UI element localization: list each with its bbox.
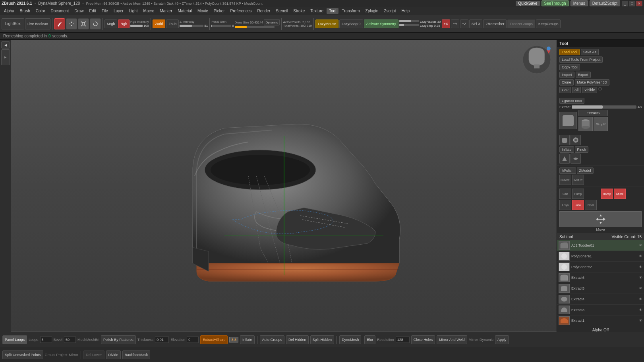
dynamic-button[interactable]: Dynamic <box>264 19 279 25</box>
minimize-icon[interactable]: _ <box>622 1 628 6</box>
subtool-eye-extract1[interactable]: 👁 <box>639 319 642 323</box>
lightbox-tools-button[interactable]: Lightbox Tools <box>559 98 584 104</box>
menu-marker[interactable]: Marker <box>157 8 174 14</box>
solo-btn[interactable]: Solo <box>559 189 571 199</box>
subtool-item-polysphere1[interactable]: PolySphere1 👁 <box>557 251 644 262</box>
imm-pr-btn[interactable]: IMM Pr <box>572 175 584 185</box>
split-unmasked-button[interactable]: Split Unmasked Points <box>2 350 43 359</box>
clone-button[interactable]: Clone <box>559 79 574 86</box>
copy-tool-button[interactable]: Copy Tool <box>559 64 580 70</box>
menu-stroke[interactable]: Stroke <box>291 8 307 14</box>
menu-transform[interactable]: Transform <box>339 8 362 14</box>
pump-btn[interactable]: Pump <box>572 189 584 199</box>
menu-stencil[interactable]: Stencil <box>273 8 290 14</box>
subtool-eye-polysphere2[interactable]: 👁 <box>639 265 642 269</box>
subtool-eye-polysphere1[interactable]: 👁 <box>639 254 642 258</box>
mirror-weld-button[interactable]: Mirror And Weld <box>437 335 467 344</box>
load-tool-button[interactable]: Load Tool <box>559 49 580 55</box>
menu-picker[interactable]: Picker <box>211 8 227 14</box>
menu-tool[interactable]: Tool <box>327 8 338 14</box>
local-btn[interactable]: Local <box>572 200 584 210</box>
import-button[interactable]: Import <box>559 72 574 78</box>
divide-button[interactable]: Divide <box>106 350 121 359</box>
menu-macro[interactable]: Macro <box>141 8 157 14</box>
zsub-button[interactable]: Zsub <box>166 19 179 28</box>
polish-input[interactable] <box>40 337 52 343</box>
menu-zplugin[interactable]: Zplugin <box>363 8 381 14</box>
menu-document[interactable]: Document <box>48 8 72 14</box>
scale-button[interactable] <box>78 18 89 29</box>
sk-polir-icon[interactable] <box>559 154 570 164</box>
rotate-button[interactable] <box>90 18 101 29</box>
menu-light[interactable]: Light <box>127 8 140 14</box>
extract-slider[interactable] <box>572 105 636 109</box>
lazy-mouse-button[interactable]: LazyMouse <box>315 19 338 28</box>
zmodel-button[interactable]: ZModel <box>577 167 594 174</box>
live-boolean-button[interactable]: Live Boolean <box>25 18 50 29</box>
bevel-input[interactable] <box>64 337 76 343</box>
del-lower-button[interactable]: Del Lower <box>83 350 104 359</box>
dynomesh-button[interactable]: DynoMesh <box>339 335 361 344</box>
menu-help[interactable]: Help <box>399 8 412 14</box>
extract6-button[interactable]: Extract6 <box>578 110 608 116</box>
visible-button[interactable]: Visible <box>582 87 597 93</box>
inflate-button[interactable]: Inflate <box>559 146 574 153</box>
sk-clus-icon[interactable] <box>571 135 581 145</box>
menu-zscript[interactable]: Zscript <box>381 8 398 14</box>
menu-edit[interactable]: Edit <box>87 8 99 14</box>
save-as-button[interactable]: Save As <box>581 49 599 55</box>
go2-button[interactable]: Go2 <box>559 87 571 93</box>
ghost-btn[interactable]: Ghost <box>614 189 626 199</box>
subtool-item-extract6[interactable]: Extract6 👁 <box>557 272 644 283</box>
apply-button[interactable]: Apply <box>495 335 509 344</box>
inflate-button-bottom[interactable]: Inflate <box>240 335 255 344</box>
mrgb-button[interactable]: Mrgb <box>104 19 118 28</box>
move-large-btn[interactable] <box>559 211 642 227</box>
pinch-button[interactable]: Pinch <box>575 146 589 153</box>
quick-save-button[interactable]: QuickSave <box>516 1 540 6</box>
see-through-button[interactable]: SeeThrough <box>542 0 569 6</box>
subtool-item-extract1[interactable]: Extract1 👁 <box>557 315 644 326</box>
default-zscript-button[interactable]: DefaultZScript <box>590 0 620 6</box>
thickness-input[interactable] <box>155 337 169 343</box>
axis-y-button[interactable]: +Y <box>451 19 459 28</box>
lazy-snap-button[interactable]: LazySnap 0 <box>339 19 363 28</box>
panel-loops-button[interactable]: Panel Loops <box>2 335 27 344</box>
canvas-area[interactable] <box>11 40 557 332</box>
hpolish-button[interactable]: hPolish <box>559 167 576 174</box>
freeze-groups-button[interactable]: FreezeGroups <box>507 19 535 28</box>
sk-slab-icon[interactable] <box>559 135 570 145</box>
menu-brush[interactable]: Brush <box>17 8 33 14</box>
blur-button[interactable]: Blur <box>364 335 375 344</box>
curveti-btn[interactable]: CurveTi <box>559 175 571 185</box>
subtool-item-extract3[interactable]: Extract3 👁 <box>557 305 644 315</box>
menu-alpha[interactable]: Alpha <box>2 8 17 14</box>
left-expand-btn[interactable]: ◀ <box>1 41 10 49</box>
subtool-item-extract4[interactable]: Extract4 👁 <box>557 294 644 305</box>
menu-texture[interactable]: Texture <box>308 8 326 14</box>
floor-btn[interactable]: Floor <box>585 200 597 210</box>
transp-btn[interactable]: Transp <box>601 189 613 199</box>
spi-button[interactable]: SPi 3 <box>469 19 483 28</box>
close-holes-button[interactable]: Close Holes <box>411 335 435 344</box>
move-button[interactable] <box>66 18 77 29</box>
ldyn-btn[interactable]: LDyn <box>559 200 571 210</box>
close-icon[interactable]: ✕ <box>636 1 642 6</box>
lightbox-button[interactable]: LightBox <box>2 18 24 29</box>
split-hidden-button[interactable]: Split Hidden <box>310 335 335 344</box>
left-tool1-btn[interactable]: ▶ <box>1 49 10 65</box>
resolution-input[interactable] <box>396 337 410 343</box>
polish-by-features-button[interactable]: Polish By Features <box>101 335 136 344</box>
subtool-item-extract5[interactable]: Extract5 👁 <box>557 283 644 294</box>
subtool-eye-extract3[interactable]: 👁 <box>639 308 642 312</box>
viewport-3d[interactable] <box>11 40 557 332</box>
axis-x-button[interactable]: +X <box>442 19 450 28</box>
elevation-input[interactable] <box>187 337 199 343</box>
make-polymesh-button[interactable]: Make PolyMesh3D <box>575 79 610 86</box>
accut-icon[interactable] <box>571 154 581 164</box>
axis-z-button[interactable]: +Z <box>460 19 468 28</box>
subtool-eye-aj1[interactable]: 👁 <box>639 243 642 247</box>
load-tools-project-button[interactable]: Load Tools From Project <box>559 56 603 63</box>
menu-layer[interactable]: Layer <box>111 8 126 14</box>
subtool-eye-extract4[interactable]: 👁 <box>639 297 642 301</box>
